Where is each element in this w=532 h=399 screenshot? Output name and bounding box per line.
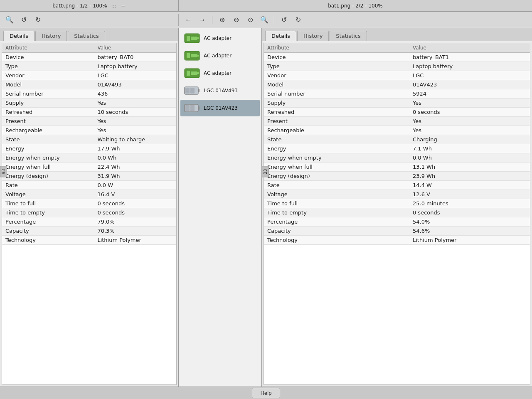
battery-icon [184,85,200,96]
drag-handle[interactable]: :: [112,2,116,9]
tab-history-right[interactable]: History [297,31,329,41]
forward-button[interactable]: → [196,14,209,26]
attr-cell: Rate [2,181,94,190]
tab-details-left[interactable]: Details [3,31,34,41]
value-cell: Yes [94,117,176,126]
svg-rect-22 [190,105,195,111]
attr-cell: Time to empty [2,208,94,217]
attr-cell: Energy [2,144,94,153]
table-row: PresentYes [2,117,176,126]
tab-history-left[interactable]: History [35,31,67,41]
toolbar-separator-2 [274,16,274,24]
svg-rect-16 [198,89,200,92]
value-cell: Laptop battery [94,62,176,71]
attr-cell: Energy [264,144,409,153]
right-col-attribute: Attribute [264,43,409,53]
ac-adapter-icon [184,67,200,79]
table-row: TypeLaptop battery [264,62,530,71]
value-cell: 23.9 Wh [409,172,530,181]
value-cell: battery_BAT1 [409,53,530,62]
attr-cell: Capacity [264,227,409,236]
back-button[interactable]: ← [182,14,195,26]
list-item[interactable]: AC adapter [180,47,260,64]
table-row: SupplyYes [2,99,176,108]
table-row: Refreshed10 seconds [2,108,176,117]
table-row: Energy when empty0.0 Wh [2,153,176,163]
value-cell: 01AV493 [94,80,176,89]
value-cell: 54.0% [409,217,530,227]
bottom-bar: Help [0,387,532,399]
svg-rect-21 [185,105,190,111]
table-row: Capacity54.6% [264,227,530,236]
svg-rect-18 [190,88,195,94]
attr-cell: Device [264,53,409,62]
battery-icon [184,102,200,114]
attr-cell: Refreshed [2,108,94,117]
table-row: Refreshed0 seconds [264,108,530,117]
table-row: TypeLaptop battery [2,62,176,71]
list-item[interactable]: LGC 01AV493 [180,82,260,99]
undo-button[interactable]: ↺ [17,14,30,26]
attr-cell: Rate [264,181,409,190]
tab-statistics-right[interactable]: Statistics [330,31,367,41]
right-tabs: Details History Statistics [262,28,532,41]
list-item[interactable]: AC adapter [180,65,260,81]
attr-cell: Vendor [2,71,94,80]
attr-cell: State [264,135,409,144]
value-cell: 7.1 Wh [409,144,530,153]
attr-cell: Energy when full [2,163,94,172]
zoom-reset-button[interactable]: 🔍 [258,14,271,26]
zoom-out-button[interactable]: ⊖ [230,14,242,26]
value-cell: 5924 [409,89,530,99]
tab-statistics-left[interactable]: Statistics [68,31,105,41]
attr-cell: Energy when empty [264,153,409,163]
device-label: LGC 01AV493 [204,88,238,94]
value-cell: 14.4 W [409,181,530,190]
list-item[interactable]: AC adapter [180,30,260,47]
zoom-fit-button[interactable]: ⊙ [244,14,256,26]
table-row: Capacity70.3% [2,227,176,236]
ac-adapter-icon [184,32,200,44]
search-button[interactable]: 🔍 [3,14,16,26]
reload-button[interactable]: ↺ [278,14,290,26]
attr-cell: Supply [264,99,409,108]
attr-cell: Voltage [2,190,94,199]
list-item[interactable]: LGC 01AV423 [180,100,260,116]
value-cell: 0.0 Wh [409,153,530,163]
svg-rect-3 [197,37,199,38]
attr-cell: Supply [2,99,94,108]
table-row: Devicebattery_BAT0 [2,53,176,62]
svg-rect-17 [185,88,190,94]
value-cell: Lithium Polymer [94,236,176,245]
device-label: AC adapter [204,53,232,59]
value-cell: 16.4 V [94,190,176,199]
zoom-in-button[interactable]: ⊕ [216,14,228,26]
svg-rect-13 [197,72,199,73]
attr-cell: Rechargeable [2,126,94,135]
right-window-titlebar: bat1.png - 2/2 - 100% [179,0,532,11]
reload2-button[interactable]: ↻ [292,14,304,26]
left-toolbar: 🔍 ↺ ↻ [0,14,179,26]
table-row: Energy when empty0.0 Wh [264,153,530,163]
table-row: Energy when full22.4 Wh [2,163,176,172]
help-button[interactable]: Help [252,388,281,398]
tab-details-right[interactable]: Details [265,31,296,41]
svg-rect-1 [187,36,190,41]
attr-cell: Serial number [2,89,94,99]
redo-button[interactable]: ↻ [32,14,44,26]
svg-rect-7 [191,54,197,57]
right-table-wrapper: Attribute Value Devicebattery_BAT1TypeLa… [264,43,530,385]
attr-cell: Percentage [264,217,409,227]
value-cell: battery_BAT0 [94,53,176,62]
svg-rect-9 [197,56,199,57]
attr-cell: Voltage [264,190,409,199]
left-table-wrapper: Attribute Value Devicebattery_BAT0TypeLa… [2,43,177,385]
value-cell: 0 seconds [94,199,176,208]
table-row: Voltage12.6 V [264,190,530,199]
table-row: Time to full25.0 minutes [264,199,530,208]
value-cell: Waiting to charge [94,135,176,144]
attr-cell: Time to full [264,199,409,208]
right-window-title: bat1.png - 2/2 - 100% [328,3,383,9]
minimize-button[interactable]: − [121,2,126,9]
table-row: StateCharging [264,135,530,144]
